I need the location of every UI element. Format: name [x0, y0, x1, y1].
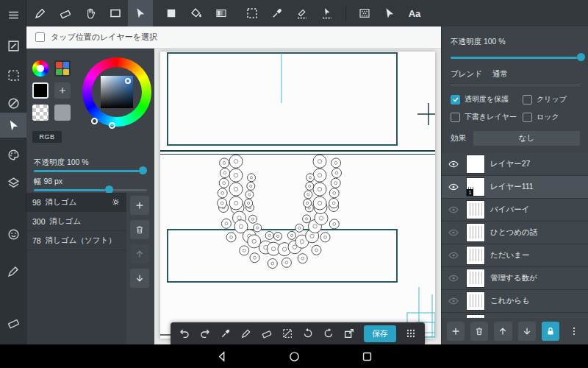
- eye-icon[interactable]: [446, 295, 461, 307]
- eye-icon[interactable]: [446, 158, 461, 170]
- menu-icon[interactable]: [0, 2, 26, 27]
- back-icon[interactable]: [215, 350, 228, 363]
- rgb-mode-button[interactable]: RGB: [32, 131, 62, 143]
- rotate-right-button[interactable]: [319, 322, 338, 344]
- add-color-button[interactable]: [54, 82, 71, 99]
- hue-knob-2[interactable]: [109, 122, 115, 129]
- layer-row[interactable]: その保証が: [442, 313, 588, 318]
- eye-icon[interactable]: [446, 204, 461, 216]
- brush-list: 98 消しゴム 300 消しゴム 78 消しゴム（ソフト）: [26, 193, 126, 344]
- eyedropper-tool-icon[interactable]: [265, 0, 290, 26]
- layer-row[interactable]: 1 レイヤー111: [442, 176, 588, 199]
- lock-checkbox[interactable]: [523, 113, 532, 122]
- layer-row[interactable]: バイバーイ: [442, 199, 588, 222]
- text-tool-button[interactable]: Aa: [402, 0, 427, 26]
- lock-option[interactable]: ロック: [523, 112, 583, 122]
- pencil-tool-icon[interactable]: [28, 0, 53, 26]
- layer-down-button[interactable]: [518, 322, 536, 341]
- eye-icon[interactable]: [446, 227, 461, 238]
- canvas-page[interactable]: [160, 52, 435, 339]
- deselect-button[interactable]: [278, 322, 297, 344]
- draft-option[interactable]: 下書きレイヤー: [451, 112, 523, 122]
- protect-alpha-option[interactable]: 透明度を保護: [451, 94, 523, 105]
- canvas-area[interactable]: 保存: [154, 49, 441, 344]
- brush-up-button[interactable]: [130, 244, 149, 263]
- brush-row[interactable]: 78 消しゴム（ソフト）: [26, 231, 126, 250]
- delete-layer-button[interactable]: [470, 322, 488, 341]
- brush-down-button[interactable]: [130, 269, 149, 288]
- brush-actions: [130, 196, 151, 288]
- layer-name: ただいまー: [490, 250, 529, 261]
- brush-row[interactable]: 98 消しゴム: [26, 193, 126, 212]
- delete-brush-button[interactable]: [130, 220, 149, 239]
- redo-button[interactable]: [196, 322, 215, 344]
- add-brush-button[interactable]: [130, 196, 149, 215]
- blend-row[interactable]: ブレンド 通常: [451, 69, 580, 85]
- hue-knob[interactable]: [91, 118, 98, 124]
- color-wheel-button-icon[interactable]: [32, 60, 49, 77]
- effect-button[interactable]: なし: [473, 131, 580, 146]
- brush-row[interactable]: 300 消しゴム: [26, 212, 126, 231]
- eye-icon[interactable]: [446, 181, 461, 193]
- undo-button[interactable]: [175, 322, 194, 344]
- home-icon[interactable]: [288, 350, 301, 363]
- recents-icon[interactable]: [361, 350, 373, 363]
- layer-up-button[interactable]: [494, 322, 512, 341]
- foreground-color-swatch[interactable]: [32, 82, 49, 99]
- brush-opacity-slider[interactable]: [34, 166, 147, 175]
- layer-row[interactable]: ただいまー: [442, 244, 588, 267]
- smiley-icon[interactable]: [0, 222, 26, 247]
- select-move-tool-icon[interactable]: [315, 0, 340, 26]
- fill-tool-icon[interactable]: [159, 0, 184, 26]
- layers-icon[interactable]: [0, 170, 26, 195]
- layer-options: 透明度を保護 クリップ 下書きレイヤー ロック: [451, 94, 583, 122]
- hand-tool-icon[interactable]: [78, 0, 103, 26]
- protect-alpha-checkbox[interactable]: [451, 95, 460, 105]
- select-pen-tool-icon[interactable]: [290, 0, 315, 26]
- add-layer-button[interactable]: [447, 322, 465, 341]
- secondary-color-swatch[interactable]: [54, 105, 71, 121]
- palette-icon[interactable]: [0, 142, 26, 167]
- bucket-tool-icon[interactable]: [184, 0, 209, 26]
- layer-lock-button[interactable]: [542, 322, 559, 341]
- layer-badge: 1: [467, 189, 473, 196]
- layer-row[interactable]: レイヤー27: [442, 153, 588, 176]
- select-icon[interactable]: [0, 63, 26, 88]
- color-grid-button-icon[interactable]: [54, 60, 71, 77]
- rotate-left-button[interactable]: [298, 322, 318, 344]
- move-tool-icon[interactable]: [0, 113, 26, 138]
- canvas-edit-icon[interactable]: [0, 33, 26, 58]
- eye-icon[interactable]: [446, 272, 461, 284]
- gradient-tool-icon[interactable]: [209, 0, 234, 26]
- halftone-tool-icon[interactable]: [352, 0, 377, 26]
- layer-row[interactable]: 管理する数が: [442, 267, 588, 290]
- marquee-tool-icon[interactable]: [240, 0, 265, 26]
- eye-icon[interactable]: [446, 250, 461, 261]
- move-cursor-tool-icon[interactable]: [128, 0, 153, 26]
- disable-icon[interactable]: [0, 91, 26, 116]
- draft-checkbox[interactable]: [451, 113, 460, 122]
- pointer-tool-icon[interactable]: [377, 0, 402, 26]
- lock-label: ロック: [537, 112, 559, 122]
- layer-menu-button[interactable]: [565, 322, 583, 341]
- layer-row[interactable]: これからも: [442, 290, 588, 313]
- layer-thumbnail: 1: [467, 178, 484, 196]
- export-button[interactable]: [340, 322, 359, 344]
- shape-tool-icon[interactable]: [103, 0, 128, 26]
- eyedropper-button[interactable]: [216, 322, 235, 344]
- save-button[interactable]: 保存: [364, 325, 396, 342]
- eraser-tool-icon[interactable]: [53, 0, 78, 26]
- gear-icon[interactable]: [111, 197, 121, 207]
- sv-knob[interactable]: [125, 78, 131, 84]
- clip-option[interactable]: クリップ: [523, 94, 583, 105]
- drag-handle-icon[interactable]: [401, 322, 420, 344]
- eraser-button[interactable]: [257, 322, 276, 344]
- eraser-rail-icon[interactable]: [0, 310, 26, 335]
- transparent-color-swatch[interactable]: [32, 105, 49, 121]
- pen-button[interactable]: [237, 322, 256, 344]
- pen-rail-icon[interactable]: [0, 258, 26, 283]
- clip-checkbox[interactable]: [523, 95, 532, 105]
- tap-layer-select-checkbox[interactable]: [35, 32, 45, 42]
- layer-row[interactable]: ひとつめの話: [442, 222, 588, 244]
- layer-opacity-slider[interactable]: [451, 53, 580, 62]
